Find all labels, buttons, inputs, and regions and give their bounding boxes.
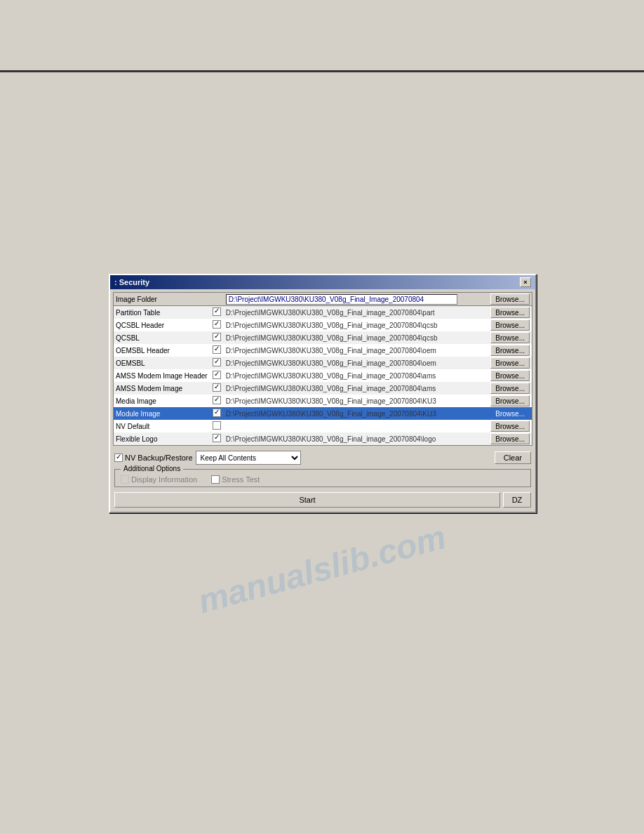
table-row: Media ImageD:\Project\IMGWKU380\KU380_V0…	[114, 395, 532, 407]
row-checkbox[interactable]	[213, 358, 221, 366]
row-path: D:\Project\IMGWKU380\KU380_V08g_Final_im…	[224, 382, 489, 395]
row-browse-cell: Browse...	[488, 382, 532, 395]
row-checkbox[interactable]	[213, 383, 221, 392]
dialog-title-bar: : Security ×	[110, 275, 535, 289]
row-browse-cell: Browse...	[488, 395, 532, 407]
row-checkbox[interactable]	[213, 320, 221, 329]
table-row: AMSS Modem Image HeaderD:\Project\IMGWKU…	[114, 369, 532, 382]
table-row: OEMSBL HeaderD:\Project\IMGWKU380\KU380_…	[114, 344, 532, 357]
browse-button[interactable]: Browse...	[490, 383, 530, 394]
row-path: D:\Project\IMGWKU380\KU380_V08g_Final_im…	[224, 395, 489, 407]
image-folder-browse-button[interactable]: Browse...	[490, 293, 530, 305]
row-check-cell	[210, 382, 224, 395]
row-checkbox[interactable]	[213, 421, 221, 430]
row-label: AMSS Modem Image Header	[114, 369, 210, 382]
dialog-title: : Security	[114, 278, 149, 286]
row-browse-cell: Browse...	[488, 357, 532, 369]
browse-button[interactable]: Browse...	[490, 307, 530, 318]
browse-button[interactable]: Browse...	[490, 345, 530, 356]
row-label: NV Default	[114, 420, 210, 432]
row-browse-cell: Browse...	[488, 432, 532, 446]
row-checkbox[interactable]	[213, 333, 221, 341]
row-checkbox[interactable]	[213, 396, 221, 404]
row-check-cell	[210, 420, 224, 432]
dialog-content: Image Folder D:\Project\IMGWKU380\KU380_…	[110, 289, 535, 512]
watermark-text: manualslib.com	[194, 517, 450, 621]
bottom-buttons: Start DZ	[113, 489, 532, 509]
row-label: AMSS Modem Image	[114, 382, 210, 395]
browse-button[interactable]: Browse...	[490, 408, 530, 419]
browse-button[interactable]: Browse...	[490, 421, 530, 432]
row-label: QCSBL Header	[114, 319, 210, 331]
row-checkbox[interactable]	[213, 434, 221, 442]
row-check-cell	[210, 369, 224, 382]
row-label: OEMSBL Header	[114, 344, 210, 357]
start-button[interactable]: Start	[114, 492, 500, 508]
browse-button[interactable]: Browse...	[490, 357, 530, 369]
stress-test-label: Stress Test	[222, 475, 260, 484]
row-checkbox[interactable]	[213, 409, 221, 417]
display-info-option: Display Information	[121, 475, 197, 484]
row-path: D:\Project\IMGWKU380\KU380_V08g_Final_im…	[224, 369, 489, 382]
additional-options-legend: Additional Options	[121, 465, 183, 472]
table-row: QCSBL HeaderD:\Project\IMGWKU380\KU380_V…	[114, 319, 532, 331]
row-browse-cell: Browse...	[488, 407, 532, 420]
file-table: Image Folder D:\Project\IMGWKU380\KU380_…	[113, 292, 532, 446]
row-check-cell	[210, 344, 224, 357]
row-checkbox[interactable]	[213, 371, 221, 379]
browse-button[interactable]: Browse...	[490, 433, 530, 444]
row-label: QCSBL	[114, 331, 210, 344]
image-folder-path: D:\Project\IMGWKU380\KU380_V08g_Final_Im…	[226, 294, 457, 305]
image-folder-row: Image Folder D:\Project\IMGWKU380\KU380_…	[114, 293, 532, 306]
stress-test-checkbox[interactable]	[211, 475, 220, 484]
row-checkbox[interactable]	[213, 307, 221, 316]
row-browse-cell: Browse...	[488, 369, 532, 382]
close-button[interactable]: ×	[520, 277, 531, 287]
table-row: AMSS Modem ImageD:\Project\IMGWKU380\KU3…	[114, 382, 532, 395]
nv-backup-select[interactable]: Keep All ContentsOption 2Option 3	[196, 451, 301, 465]
table-row: NV DefaultBrowse...	[114, 420, 532, 432]
row-path: D:\Project\IMGWKU380\KU380_V08g_Final_im…	[224, 331, 489, 344]
row-browse-cell: Browse...	[488, 420, 532, 432]
clear-button[interactable]: Clear	[495, 451, 531, 464]
browse-button[interactable]: Browse...	[490, 332, 530, 343]
additional-options-group: Additional Options Display Information S…	[114, 469, 531, 487]
row-check-cell	[210, 395, 224, 407]
row-label: OEMSBL	[114, 357, 210, 369]
browse-button[interactable]: Browse...	[490, 319, 530, 331]
dz-button[interactable]: DZ	[503, 492, 531, 508]
row-check-cell	[210, 407, 224, 420]
row-path: D:\Project\IMGWKU380\KU380_V08g_Final_im…	[224, 306, 489, 319]
nv-backup-label-container: NV Backup/Restore	[114, 454, 193, 462]
browse-button[interactable]: Browse...	[490, 370, 530, 381]
row-label: Flexible Logo	[114, 432, 210, 446]
table-row: Flexible LogoD:\Project\IMGWKU380\KU380_…	[114, 432, 532, 446]
display-info-label: Display Information	[131, 475, 197, 484]
row-browse-cell: Browse...	[488, 331, 532, 344]
table-row: Partition TableD:\Project\IMGWKU380\KU38…	[114, 306, 532, 319]
row-check-cell	[210, 331, 224, 344]
security-dialog: : Security × Image Folder D:\Project\IMG…	[109, 274, 537, 513]
table-row: QCSBLD:\Project\IMGWKU380\KU380_V08g_Fin…	[114, 331, 532, 344]
row-browse-cell: Browse...	[488, 306, 532, 319]
row-browse-cell: Browse...	[488, 319, 532, 331]
display-info-checkbox[interactable]	[121, 475, 129, 484]
row-checkbox[interactable]	[213, 345, 221, 354]
nv-backup-checkbox[interactable]	[114, 454, 123, 462]
row-check-cell	[210, 306, 224, 319]
row-path: D:\Project\IMGWKU380\KU380_V08g_Final_im…	[224, 407, 489, 420]
browse-button[interactable]: Browse...	[490, 395, 530, 406]
table-row: OEMSBLD:\Project\IMGWKU380\KU380_V08g_Fi…	[114, 357, 532, 369]
stress-test-option: Stress Test	[211, 475, 260, 484]
row-label: Partition Table	[114, 306, 210, 319]
row-check-cell	[210, 319, 224, 331]
options-row: Display Information Stress Test	[121, 472, 525, 484]
top-decorative-bar	[0, 70, 644, 72]
table-row: Module ImageD:\Project\IMGWKU380\KU380_V…	[114, 407, 532, 420]
row-path: D:\Project\IMGWKU380\KU380_V08g_Final_im…	[224, 357, 489, 369]
row-label: Media Image	[114, 395, 210, 407]
row-path: D:\Project\IMGWKU380\KU380_V08g_Final_im…	[224, 432, 489, 446]
row-check-cell	[210, 357, 224, 369]
row-path: D:\Project\IMGWKU380\KU380_V08g_Final_im…	[224, 319, 489, 331]
image-folder-label: Image Folder	[114, 293, 210, 306]
